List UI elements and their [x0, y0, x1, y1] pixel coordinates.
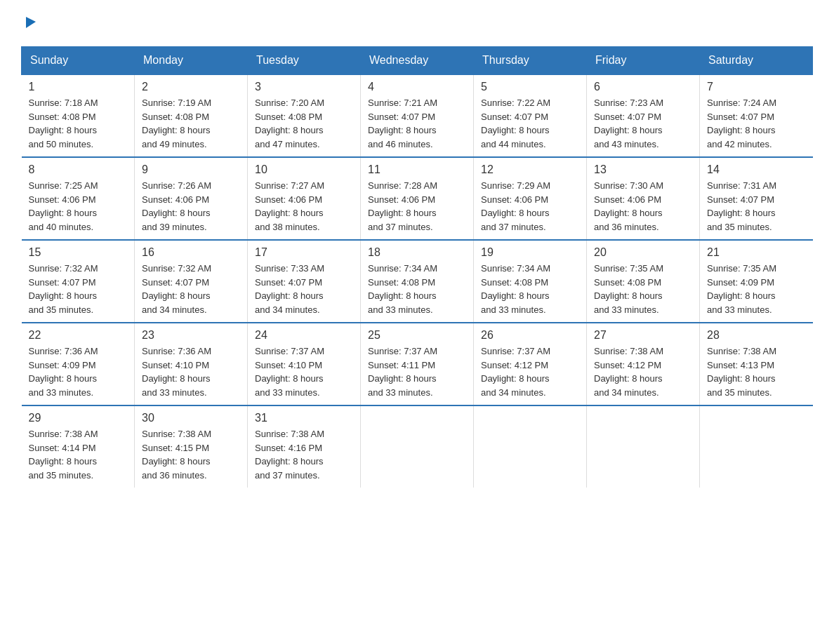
day-header-sunday: Sunday [22, 47, 135, 75]
day-number: 2 [142, 81, 240, 93]
day-header-thursday: Thursday [474, 47, 587, 75]
day-number: 22 [29, 329, 128, 342]
day-info: Sunrise: 7:35 AMSunset: 4:08 PMDaylight:… [594, 262, 692, 316]
calendar-cell: 12 Sunrise: 7:29 AMSunset: 4:06 PMDaylig… [474, 157, 587, 240]
day-number: 19 [481, 246, 579, 259]
day-number: 3 [255, 81, 353, 93]
day-info: Sunrise: 7:32 AMSunset: 4:07 PMDaylight:… [142, 262, 240, 316]
day-number: 8 [29, 163, 128, 176]
calendar-cell: 24 Sunrise: 7:37 AMSunset: 4:10 PMDaylig… [248, 323, 361, 405]
logo-triangle-icon [23, 14, 39, 29]
day-info: Sunrise: 7:26 AMSunset: 4:06 PMDaylight:… [142, 179, 240, 234]
day-number: 16 [142, 246, 240, 259]
day-info: Sunrise: 7:36 AMSunset: 4:10 PMDaylight:… [142, 344, 240, 399]
day-info: Sunrise: 7:30 AMSunset: 4:06 PMDaylight:… [594, 179, 692, 234]
calendar-cell: 8 Sunrise: 7:25 AMSunset: 4:06 PMDayligh… [22, 157, 135, 240]
day-number: 20 [594, 246, 692, 259]
calendar-cell: 18 Sunrise: 7:34 AMSunset: 4:08 PMDaylig… [361, 240, 474, 323]
calendar-cell: 26 Sunrise: 7:37 AMSunset: 4:12 PMDaylig… [474, 323, 587, 405]
day-number: 30 [142, 412, 240, 424]
calendar-cell [361, 405, 474, 488]
calendar-cell: 10 Sunrise: 7:27 AMSunset: 4:06 PMDaylig… [248, 157, 361, 240]
calendar-cell: 25 Sunrise: 7:37 AMSunset: 4:11 PMDaylig… [361, 323, 474, 405]
day-header-wednesday: Wednesday [361, 47, 474, 75]
day-number: 31 [255, 412, 353, 424]
day-number: 25 [368, 329, 466, 342]
calendar-cell: 1 Sunrise: 7:18 AMSunset: 4:08 PMDayligh… [22, 74, 135, 157]
calendar-cell: 11 Sunrise: 7:28 AMSunset: 4:06 PMDaylig… [361, 157, 474, 240]
day-info: Sunrise: 7:22 AMSunset: 4:07 PMDaylight:… [481, 96, 579, 151]
calendar-header-row: SundayMondayTuesdayWednesdayThursdayFrid… [22, 47, 813, 75]
day-number: 28 [707, 329, 806, 342]
page-header [21, 14, 813, 32]
day-number: 11 [368, 163, 466, 176]
calendar-cell: 28 Sunrise: 7:38 AMSunset: 4:13 PMDaylig… [700, 323, 813, 405]
day-number: 6 [594, 81, 692, 93]
day-number: 23 [142, 329, 240, 342]
calendar-cell: 31 Sunrise: 7:38 AMSunset: 4:16 PMDaylig… [248, 405, 361, 488]
day-header-friday: Friday [587, 47, 700, 75]
day-number: 24 [255, 329, 353, 342]
day-number: 13 [594, 163, 692, 176]
calendar-cell: 16 Sunrise: 7:32 AMSunset: 4:07 PMDaylig… [135, 240, 248, 323]
calendar-cell: 22 Sunrise: 7:36 AMSunset: 4:09 PMDaylig… [22, 323, 135, 405]
calendar-cell: 14 Sunrise: 7:31 AMSunset: 4:07 PMDaylig… [700, 157, 813, 240]
calendar-cell: 15 Sunrise: 7:32 AMSunset: 4:07 PMDaylig… [22, 240, 135, 323]
day-info: Sunrise: 7:27 AMSunset: 4:06 PMDaylight:… [255, 179, 353, 234]
day-header-monday: Monday [135, 47, 248, 75]
calendar-cell: 3 Sunrise: 7:20 AMSunset: 4:08 PMDayligh… [248, 74, 361, 157]
day-number: 29 [29, 412, 128, 424]
calendar-cell [587, 405, 700, 488]
day-number: 4 [368, 81, 466, 93]
day-info: Sunrise: 7:37 AMSunset: 4:11 PMDaylight:… [368, 344, 466, 399]
calendar-cell: 27 Sunrise: 7:38 AMSunset: 4:12 PMDaylig… [587, 323, 700, 405]
calendar-cell: 6 Sunrise: 7:23 AMSunset: 4:07 PMDayligh… [587, 74, 700, 157]
day-info: Sunrise: 7:31 AMSunset: 4:07 PMDaylight:… [707, 179, 806, 234]
calendar-cell [474, 405, 587, 488]
day-info: Sunrise: 7:32 AMSunset: 4:07 PMDaylight:… [29, 262, 128, 316]
calendar-week-1: 1 Sunrise: 7:18 AMSunset: 4:08 PMDayligh… [22, 74, 813, 157]
day-info: Sunrise: 7:20 AMSunset: 4:08 PMDaylight:… [255, 96, 353, 151]
day-number: 27 [594, 329, 692, 342]
calendar-cell: 5 Sunrise: 7:22 AMSunset: 4:07 PMDayligh… [474, 74, 587, 157]
day-info: Sunrise: 7:38 AMSunset: 4:16 PMDaylight:… [255, 427, 353, 482]
day-number: 21 [707, 246, 806, 259]
calendar-cell: 30 Sunrise: 7:38 AMSunset: 4:15 PMDaylig… [135, 405, 248, 488]
day-info: Sunrise: 7:38 AMSunset: 4:15 PMDaylight:… [142, 427, 240, 482]
calendar-cell: 20 Sunrise: 7:35 AMSunset: 4:08 PMDaylig… [587, 240, 700, 323]
day-info: Sunrise: 7:25 AMSunset: 4:06 PMDaylight:… [29, 179, 128, 234]
calendar-cell: 23 Sunrise: 7:36 AMSunset: 4:10 PMDaylig… [135, 323, 248, 405]
day-info: Sunrise: 7:24 AMSunset: 4:07 PMDaylight:… [707, 96, 806, 151]
day-info: Sunrise: 7:38 AMSunset: 4:12 PMDaylight:… [594, 344, 692, 399]
day-info: Sunrise: 7:33 AMSunset: 4:07 PMDaylight:… [255, 262, 353, 316]
calendar-week-4: 22 Sunrise: 7:36 AMSunset: 4:09 PMDaylig… [22, 323, 813, 405]
calendar-cell: 2 Sunrise: 7:19 AMSunset: 4:08 PMDayligh… [135, 74, 248, 157]
day-info: Sunrise: 7:19 AMSunset: 4:08 PMDaylight:… [142, 96, 240, 151]
day-info: Sunrise: 7:38 AMSunset: 4:14 PMDaylight:… [29, 427, 128, 482]
day-info: Sunrise: 7:37 AMSunset: 4:12 PMDaylight:… [481, 344, 579, 399]
calendar-cell: 4 Sunrise: 7:21 AMSunset: 4:07 PMDayligh… [361, 74, 474, 157]
day-number: 18 [368, 246, 466, 259]
calendar-cell: 13 Sunrise: 7:30 AMSunset: 4:06 PMDaylig… [587, 157, 700, 240]
day-number: 17 [255, 246, 353, 259]
svg-marker-0 [26, 17, 36, 28]
day-number: 15 [29, 246, 128, 259]
day-number: 10 [255, 163, 353, 176]
calendar-cell: 19 Sunrise: 7:34 AMSunset: 4:08 PMDaylig… [474, 240, 587, 323]
calendar-week-5: 29 Sunrise: 7:38 AMSunset: 4:14 PMDaylig… [22, 405, 813, 488]
day-info: Sunrise: 7:36 AMSunset: 4:09 PMDaylight:… [29, 344, 128, 399]
day-info: Sunrise: 7:35 AMSunset: 4:09 PMDaylight:… [707, 262, 806, 316]
calendar-table: SundayMondayTuesdayWednesdayThursdayFrid… [21, 46, 813, 488]
day-info: Sunrise: 7:28 AMSunset: 4:06 PMDaylight:… [368, 179, 466, 234]
calendar-cell [700, 405, 813, 488]
day-info: Sunrise: 7:18 AMSunset: 4:08 PMDaylight:… [29, 96, 128, 151]
day-info: Sunrise: 7:38 AMSunset: 4:13 PMDaylight:… [707, 344, 806, 399]
calendar-cell: 7 Sunrise: 7:24 AMSunset: 4:07 PMDayligh… [700, 74, 813, 157]
day-header-saturday: Saturday [700, 47, 813, 75]
day-info: Sunrise: 7:34 AMSunset: 4:08 PMDaylight:… [368, 262, 466, 316]
calendar-cell: 9 Sunrise: 7:26 AMSunset: 4:06 PMDayligh… [135, 157, 248, 240]
day-info: Sunrise: 7:23 AMSunset: 4:07 PMDaylight:… [594, 96, 692, 151]
day-info: Sunrise: 7:29 AMSunset: 4:06 PMDaylight:… [481, 179, 579, 234]
day-number: 1 [29, 81, 128, 93]
day-number: 14 [707, 163, 806, 176]
